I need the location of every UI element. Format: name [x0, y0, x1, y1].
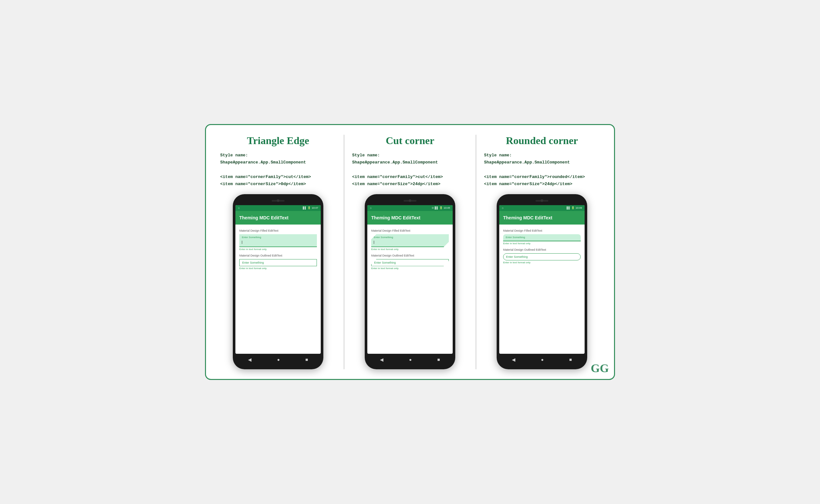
phone-screen-rounded: ○ ▌▌ 🔋 10:49 Theming MDC EditText Materi… [499, 205, 584, 354]
outlined-helper-triangle: Enter in text format only [239, 267, 317, 270]
outlined-label-cut: Material Design Outlined EditText [371, 254, 449, 257]
phone-bottom-bar-cut: ◀ ● ■ [367, 354, 453, 365]
outlined-helper-cut: Enter in text format only [371, 267, 449, 270]
status-icons-triangle: ▌▌ 🔋 10:47 [303, 206, 318, 209]
screen-content-rounded: Material Design Filled EditText Enter So… [499, 225, 584, 272]
filled-rounded-shape: Enter Something [503, 234, 581, 241]
nav-home-rounded[interactable]: ● [541, 357, 543, 362]
columns-layout: Triangle Edge Style name: ShapeAppearanc… [213, 135, 607, 369]
time-cut: 10:45 [444, 206, 450, 209]
nav-back-cut[interactable]: ◀ [380, 357, 384, 362]
nav-recent-tri[interactable]: ■ [305, 357, 308, 362]
nav-home-cut[interactable]: ● [409, 357, 412, 362]
filled-input-cut[interactable]: Enter Something Enter in text format onl… [371, 234, 449, 251]
gfg-logo: GG [591, 362, 609, 375]
time-triangle: 10:47 [312, 206, 318, 209]
status-left-triangle: ○ [238, 206, 240, 210]
outlined-triangle-shape: Enter Something [239, 259, 317, 266]
status-icons-cut: ⊙ ▌▌ 🔋 10:45 [432, 206, 450, 209]
phone-top-bar-cut [367, 197, 453, 205]
phone-screen-triangle: ○ ▌▌ 🔋 10:47 Theming MDC EditText Materi… [236, 205, 321, 354]
outlined-input-cut[interactable]: Enter Something Enter in text format onl… [371, 259, 449, 270]
signal-icon: ▌▌ [303, 206, 307, 209]
status-bar-triangle: ○ ▌▌ 🔋 10:47 [236, 205, 321, 211]
column-rounded: Rounded corner Style name: ShapeAppearan… [476, 135, 607, 369]
outlined-input-triangle[interactable]: Enter Something Enter in text format onl… [239, 259, 317, 270]
filled-input-label-tri: Enter Something [242, 236, 314, 239]
phone-screen-cut: ○ ⊙ ▌▌ 🔋 10:45 Theming MDC EditText Mate… [367, 205, 453, 354]
time-rounded: 10:49 [575, 206, 582, 209]
nav-recent-rounded[interactable]: ■ [569, 357, 572, 362]
column-cut: Cut corner Style name: ShapeAppearance.A… [344, 135, 476, 369]
phone-camera-cut [409, 199, 411, 202]
filled-label-rounded: Material Design Filled EditText [503, 229, 581, 232]
battery-icon-rounded: 🔋 [571, 206, 574, 209]
status-bar-rounded: ○ ▌▌ 🔋 10:49 [499, 205, 584, 211]
filled-input-label-cut: Enter Something [374, 236, 446, 239]
phone-triangle: ○ ▌▌ 🔋 10:47 Theming MDC EditText Materi… [233, 194, 323, 369]
outlined-placeholder-rounded: Enter Something [506, 255, 528, 258]
filled-label-cut: Material Design Filled EditText [371, 229, 449, 232]
status-left-cut: ○ [370, 206, 372, 210]
outlined-input-rounded[interactable]: Enter Something Enter in text format onl… [503, 253, 581, 264]
triangle-title: Triangle Edge [220, 135, 336, 147]
screen-content-triangle: Material Design Filled EditText Enter So… [236, 225, 321, 278]
cut-code: Style name: ShapeAppearance.App.SmallCom… [352, 152, 468, 187]
phone-top-bar-rounded [499, 197, 584, 205]
battery-icon: 🔋 [308, 206, 311, 209]
filled-helper-triangle: Enter in text format only [239, 248, 317, 251]
status-bar-cut: ○ ⊙ ▌▌ 🔋 10:45 [367, 205, 453, 211]
signal-icon-rounded: ▌▌ [567, 206, 570, 209]
filled-helper-rounded: Enter in text format only [503, 242, 581, 245]
outlined-placeholder-cut: Enter Something [374, 261, 396, 264]
outlined-label-triangle: Material Design Outlined EditText [239, 254, 317, 257]
phone-top-bar-triangle [236, 197, 321, 205]
filled-input-triangle[interactable]: Enter Something Enter in text format onl… [239, 234, 317, 251]
phone-cut: ○ ⊙ ▌▌ 🔋 10:45 Theming MDC EditText Mate… [365, 194, 455, 369]
phone-bottom-bar-triangle: ◀ ● ■ [236, 354, 321, 365]
status-icons-rounded: ▌▌ 🔋 10:49 [567, 206, 582, 209]
outlined-helper-rounded: Enter in text format only [503, 261, 581, 264]
phone-camera-triangle [277, 199, 279, 202]
triangle-code: Style name: ShapeAppearance.App.SmallCom… [220, 152, 336, 187]
cut-title: Cut corner [352, 135, 468, 147]
phone-camera-rounded [541, 199, 543, 202]
filled-input-label-rounded: Enter Something [506, 236, 578, 239]
rounded-title: Rounded corner [484, 135, 600, 147]
screen-content-cut: Material Design Filled EditText Enter So… [367, 225, 453, 278]
main-container: Triangle Edge Style name: ShapeAppearanc… [205, 124, 615, 380]
battery-icon-cut: 🔋 [439, 206, 443, 209]
rounded-code: Style name: ShapeAppearance.App.SmallCom… [484, 152, 600, 187]
app-bar-cut: Theming MDC EditText [367, 211, 453, 225]
filled-label-triangle: Material Design Filled EditText [239, 229, 317, 232]
phone-bottom-bar-rounded: ◀ ● ■ [499, 354, 584, 365]
app-bar-rounded: Theming MDC EditText [499, 211, 584, 225]
signal-icon-cut: ▌▌ [435, 206, 438, 209]
filled-cut-shape: Enter Something [371, 234, 449, 247]
cursor-cut [374, 241, 374, 244]
filled-input-rounded[interactable]: Enter Something Enter in text format onl… [503, 234, 581, 245]
outlined-placeholder-tri: Enter Something [242, 261, 264, 264]
filled-triangle-shape: Enter Something [239, 234, 317, 247]
app-bar-triangle: Theming MDC EditText [236, 211, 321, 225]
nav-home-tri[interactable]: ● [277, 357, 280, 362]
phone-rounded: ○ ▌▌ 🔋 10:49 Theming MDC EditText Materi… [497, 194, 587, 369]
cursor-tri [242, 241, 242, 244]
outlined-rounded-shape: Enter Something [503, 253, 581, 260]
location-icon: ⊙ [432, 206, 434, 209]
nav-back-tri[interactable]: ◀ [248, 357, 252, 362]
outlined-cut-shape: Enter Something [371, 259, 449, 266]
column-triangle: Triangle Edge Style name: ShapeAppearanc… [213, 135, 344, 369]
nav-recent-cut[interactable]: ■ [437, 357, 440, 362]
outlined-label-rounded: Material Design Outlined EditText [503, 248, 581, 251]
status-left-rounded: ○ [502, 206, 503, 210]
filled-helper-cut: Enter in text format only [371, 248, 449, 251]
nav-back-rounded[interactable]: ◀ [512, 357, 515, 362]
